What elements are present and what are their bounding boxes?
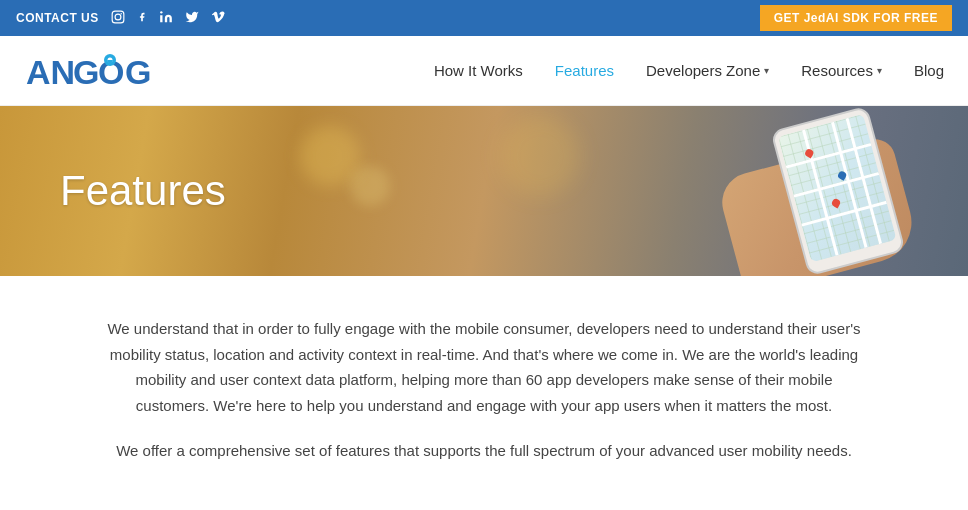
sdk-button[interactable]: GET JedAI SDK FOR FREE: [760, 5, 952, 31]
secondary-description: We offer a comprehensive set of features…: [104, 438, 864, 464]
twitter-icon[interactable]: [185, 10, 199, 27]
nav-features[interactable]: Features: [555, 62, 614, 79]
linkedin-icon[interactable]: [159, 10, 173, 27]
svg-rect-0: [112, 11, 124, 23]
instagram-icon[interactable]: [111, 10, 125, 27]
facebook-icon[interactable]: [137, 10, 147, 27]
phone-area: [448, 106, 968, 276]
nav-developers-zone[interactable]: Developers Zone ▾: [646, 62, 769, 79]
nav-resources[interactable]: Resources ▾: [801, 62, 882, 79]
developers-zone-chevron: ▾: [764, 65, 769, 76]
vimeo-icon[interactable]: [211, 10, 225, 27]
main-description: We understand that in order to fully eng…: [104, 316, 864, 418]
svg-text:AN: AN: [26, 53, 75, 91]
top-bar-left: CONTACT US: [16, 10, 225, 27]
logo-container[interactable]: AN G O G: [24, 48, 179, 93]
hero-section: Features: [0, 106, 968, 276]
svg-text:G: G: [73, 53, 99, 91]
contact-us-label[interactable]: CONTACT US: [16, 11, 99, 25]
hero-title: Features: [60, 167, 226, 215]
nav-links: How It Works Features Developers Zone ▾ …: [434, 62, 944, 79]
nav-how-it-works[interactable]: How It Works: [434, 62, 523, 79]
nav-blog[interactable]: Blog: [914, 62, 944, 79]
svg-point-2: [120, 13, 121, 14]
top-bar: CONTACT US: [0, 0, 968, 36]
resources-chevron: ▾: [877, 65, 882, 76]
content-section: We understand that in order to fully eng…: [0, 276, 968, 494]
svg-point-1: [115, 14, 121, 20]
logo-svg: AN G O G: [24, 48, 179, 93]
svg-point-3: [160, 11, 162, 13]
svg-text:G: G: [125, 53, 151, 91]
navbar: AN G O G How It Works Features Developer…: [0, 36, 968, 106]
